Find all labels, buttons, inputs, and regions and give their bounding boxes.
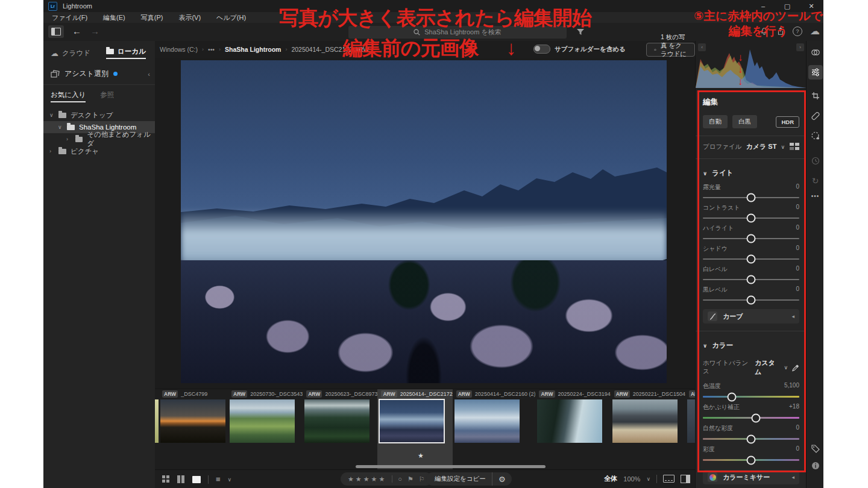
tree-item-other-folder[interactable]: › その他まとめフォルダ	[43, 133, 155, 145]
forward-arrow-icon[interactable]: →	[90, 26, 99, 36]
zoom-chevron-icon[interactable]: ∨	[646, 476, 650, 482]
menu-photo[interactable]: 写真(P)	[141, 13, 163, 22]
thumbnail[interactable]	[687, 399, 695, 443]
menu-help[interactable]: ヘルプ(H)	[216, 13, 246, 22]
thumbnail[interactable]	[379, 399, 444, 443]
auto-button[interactable]: 自動	[703, 115, 728, 128]
include-subfolders-toggle[interactable]: サブフォルダーを含める	[533, 45, 626, 54]
profile-row[interactable]: プロファイル カメラ ST ∨	[703, 142, 799, 151]
thumbnail[interactable]	[230, 399, 295, 443]
tab-local[interactable]: ローカル	[106, 47, 146, 59]
before-after-icon[interactable]	[681, 475, 690, 483]
filmstrip-item[interactable]: ARW_DSC4799	[159, 389, 228, 471]
maximize-button[interactable]: ▢	[775, 0, 799, 12]
collapsed-chevron-icon[interactable]: ›	[66, 136, 71, 142]
edit-sliders-icon[interactable]	[808, 65, 823, 80]
slider-knob[interactable]	[747, 455, 756, 465]
close-button[interactable]: ✕	[799, 0, 823, 12]
tree-item-desktop[interactable]: ∨ デスクトップ	[43, 109, 155, 121]
expand-chevron-icon[interactable]: ∨	[49, 112, 54, 118]
hdr-button[interactable]: HDR	[776, 116, 799, 128]
thumbnail[interactable]	[537, 399, 602, 443]
masking-icon[interactable]	[811, 131, 820, 140]
presets-icon[interactable]	[811, 48, 820, 57]
sort-chevron-icon[interactable]: ∨	[228, 477, 232, 483]
breadcrumb-drive[interactable]: Windows (C:)	[160, 46, 198, 53]
detail-view-icon[interactable]	[192, 476, 201, 483]
breadcrumb-ellipsis[interactable]: •••	[208, 46, 215, 53]
color-mixer-row[interactable]: カラーミキサー ◂	[703, 470, 799, 484]
reset-sync-icon[interactable]: ↻	[812, 176, 819, 186]
thumbnail[interactable]	[304, 399, 370, 443]
collapse-chevron-icon[interactable]: ‹	[148, 70, 150, 78]
back-arrow-icon[interactable]: ←	[72, 26, 81, 36]
filmstrip-item-selected[interactable]: ARW20250414-_DSC2172	[377, 389, 452, 471]
filmstrip-item[interactable]: ARW20250623-_DSC8973	[303, 389, 377, 471]
slider-knob[interactable]	[747, 296, 756, 305]
color-section-header[interactable]: ∨ カラー	[703, 341, 799, 350]
grid-view-icon[interactable]	[162, 475, 170, 483]
tab-favorites[interactable]: お気に入り	[51, 90, 86, 102]
filmstrip-item[interactable]: ARW2025022	[685, 389, 695, 471]
filmstrip-item[interactable]: ARW20250730-_DSC3543	[228, 389, 303, 471]
filmstrip-item[interactable]: ARW20250224-_DSC3194	[535, 389, 610, 471]
slider-knob[interactable]	[747, 193, 756, 202]
keywords-tag-icon[interactable]	[811, 445, 820, 453]
menu-view[interactable]: 表示(V)	[178, 13, 201, 22]
breadcrumb-folder[interactable]: ShaSha Lightroom	[225, 46, 281, 53]
search-input[interactable]: ShaSha Lightroom を検索	[348, 26, 567, 39]
menu-edit[interactable]: 編集(E)	[103, 13, 125, 22]
menu-file[interactable]: ファイル(F)	[52, 13, 87, 22]
breadcrumb-file[interactable]: 20250414-_DSC2172.ARW	[291, 46, 369, 53]
filmstrip-item[interactable]: ARW20250414-_DSC2160 (2)	[453, 389, 536, 471]
slider-knob[interactable]	[728, 392, 737, 401]
filmstrip-scrollbar[interactable]	[356, 465, 546, 468]
histogram[interactable]: ‹ ›	[696, 41, 807, 90]
slider-knob[interactable]	[747, 234, 756, 243]
tab-cloud[interactable]: ☁ クラウド	[51, 49, 90, 58]
zoom-fit-button[interactable]: 全体	[604, 474, 617, 483]
thumbnail[interactable]	[160, 399, 225, 443]
help-icon[interactable]: ?	[793, 27, 802, 36]
cloud-sync-icon[interactable]: ☁	[810, 25, 820, 37]
crop-icon[interactable]	[811, 92, 820, 100]
healing-icon[interactable]	[811, 111, 820, 120]
copy-to-cloud-button[interactable]: 1 枚の写真 をクラウドにコピー	[646, 43, 695, 57]
assisted-culling-row[interactable]: アシスト選別 ‹	[43, 63, 155, 85]
collapsed-chevron-icon[interactable]: ›	[49, 148, 54, 154]
thumbnail[interactable]	[454, 399, 520, 443]
more-options-icon[interactable]: •••	[811, 193, 820, 199]
slider-knob[interactable]	[747, 275, 756, 284]
filter-funnel-icon[interactable]	[576, 28, 585, 36]
info-icon[interactable]	[811, 461, 820, 470]
eyedropper-icon[interactable]	[792, 364, 799, 372]
expand-chevron-icon[interactable]: ∨	[58, 124, 63, 130]
slider-knob[interactable]	[747, 214, 756, 223]
minimize-button[interactable]: –	[751, 0, 775, 12]
pick-flag-icon[interactable]: ⚑	[407, 475, 414, 483]
main-photo[interactable]	[181, 60, 667, 383]
versions-history-icon[interactable]	[811, 157, 820, 165]
zoom-level[interactable]: 100%	[623, 475, 640, 483]
profile-chevron-icon[interactable]: ∨	[781, 144, 785, 150]
column-view-icon[interactable]	[177, 475, 185, 483]
share-export-icon[interactable]	[776, 27, 785, 36]
color-label-icon[interactable]: ○	[392, 475, 402, 483]
profile-browser-icon[interactable]	[790, 143, 799, 151]
thumbnail[interactable]	[612, 399, 678, 443]
curve-row[interactable]: カーブ ◂	[703, 309, 799, 324]
settings-gear-icon[interactable]: ⚙	[492, 472, 512, 486]
slider-knob[interactable]	[747, 434, 756, 443]
toggle-switch[interactable]	[533, 45, 550, 54]
wb-chevron-icon[interactable]: ∨	[784, 364, 788, 371]
bw-button[interactable]: 白黒	[732, 115, 757, 128]
slider-knob[interactable]	[747, 255, 756, 264]
notifications-bell-icon[interactable]	[760, 27, 769, 36]
star-rating[interactable]: ★★★★★	[348, 475, 386, 483]
filmstrip-toggle-icon[interactable]	[663, 475, 675, 483]
tab-browse[interactable]: 参照	[100, 90, 114, 102]
sort-icon[interactable]: ≡	[216, 475, 221, 484]
panel-toggle-button[interactable]	[48, 25, 64, 38]
light-section-header[interactable]: ∨ ライト	[703, 169, 799, 178]
slider-knob[interactable]	[752, 413, 761, 422]
